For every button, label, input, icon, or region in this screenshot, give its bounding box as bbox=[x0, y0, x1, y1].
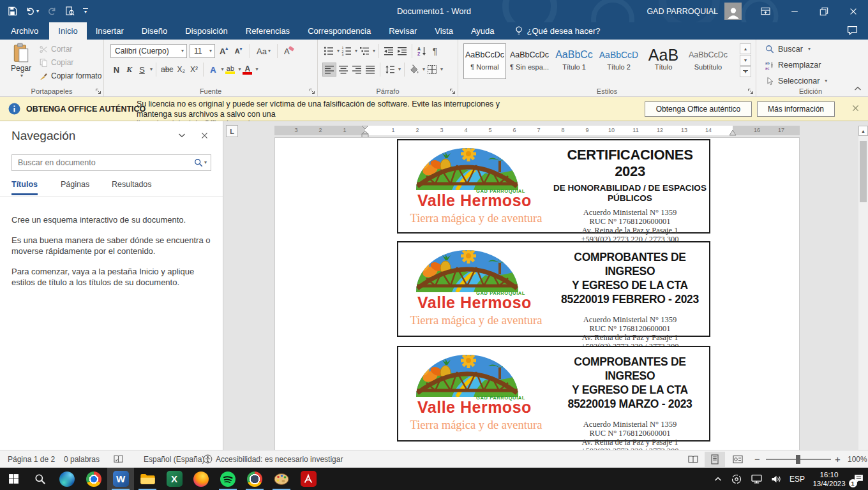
style-normal[interactable]: AaBbCcDc¶ Normal bbox=[463, 43, 506, 79]
vertical-scrollbar[interactable]: ▲ bbox=[858, 126, 868, 450]
justify-button[interactable] bbox=[364, 63, 377, 77]
horizontal-ruler[interactable]: 3 2 1 1 2 3 4 5 6 7 8 9 10 11 12 13 14 1… bbox=[274, 126, 800, 135]
show-marks-button[interactable]: ¶ bbox=[429, 44, 441, 58]
language-indicator[interactable]: Español (España) bbox=[144, 450, 204, 468]
close-icon[interactable] bbox=[839, 0, 868, 22]
bullets-button[interactable] bbox=[322, 44, 335, 58]
shrink-font-button[interactable]: A▾ bbox=[232, 44, 244, 58]
collapse-ribbon-icon[interactable] bbox=[854, 86, 862, 91]
account-name[interactable]: GAD PARROQUIAL bbox=[647, 7, 718, 16]
style-subtitle[interactable]: AaBbCcDcSubtítulo bbox=[687, 43, 730, 79]
align-right-button[interactable] bbox=[350, 63, 363, 77]
search-options-caret[interactable]: ▾ bbox=[204, 160, 207, 165]
styles-dialog-launcher-icon[interactable] bbox=[747, 88, 754, 94]
read-mode-icon[interactable] bbox=[683, 452, 703, 467]
text-effects-caret[interactable]: ▾ bbox=[221, 67, 223, 72]
subscript-button[interactable]: X₂ bbox=[175, 63, 187, 77]
tab-archivo[interactable]: Archivo bbox=[0, 22, 49, 40]
styles-scroll-up-icon[interactable]: ▴ bbox=[740, 43, 751, 54]
tab-disposicion[interactable]: Disposición bbox=[176, 22, 236, 40]
strikethrough-button[interactable]: abc bbox=[160, 63, 174, 77]
find-button[interactable]: Buscar▾ bbox=[765, 45, 811, 54]
web-layout-icon[interactable] bbox=[728, 452, 748, 467]
tab-stop-selector[interactable]: L bbox=[226, 125, 238, 137]
style-heading2[interactable]: AaBbCcDTítulo 2 bbox=[597, 43, 640, 79]
excel-icon[interactable]: X bbox=[161, 468, 188, 490]
line-spacing-caret[interactable]: ▾ bbox=[398, 67, 401, 72]
start-button[interactable] bbox=[0, 468, 27, 490]
tell-me-box[interactable]: ¿Qué desea hacer? bbox=[515, 22, 601, 40]
shading-caret[interactable]: ▾ bbox=[423, 67, 425, 72]
styles-scroll-down-icon[interactable]: ▾ bbox=[740, 55, 751, 66]
line-spacing-button[interactable] bbox=[384, 63, 396, 77]
zoom-in-icon[interactable]: + bbox=[835, 450, 841, 468]
sort-button[interactable] bbox=[415, 44, 428, 58]
format-painter-button[interactable]: Copiar formato bbox=[40, 71, 101, 80]
tab-insertar[interactable]: Insertar bbox=[87, 22, 133, 40]
underline-caret[interactable]: ▾ bbox=[150, 67, 153, 72]
print-layout-icon[interactable] bbox=[705, 452, 725, 467]
grow-font-button[interactable]: A▴ bbox=[218, 44, 230, 58]
tray-expand-icon[interactable] bbox=[710, 468, 726, 490]
nav-pane-options-icon[interactable] bbox=[178, 133, 186, 138]
decrease-indent-button[interactable] bbox=[382, 44, 395, 58]
tab-correspondencia[interactable]: Correspondencia bbox=[299, 22, 380, 40]
zoom-out-icon[interactable]: − bbox=[754, 450, 760, 468]
document-search-box[interactable]: ▾ bbox=[11, 154, 211, 171]
styles-gallery-expand-icon[interactable]: ▾ bbox=[740, 66, 751, 77]
proofing-icon[interactable] bbox=[114, 450, 123, 468]
scroll-up-icon[interactable]: ▲ bbox=[858, 126, 868, 136]
chrome-profile-icon[interactable] bbox=[241, 468, 268, 490]
tab-revisar[interactable]: Revisar bbox=[380, 22, 426, 40]
tab-inicio[interactable]: Inicio bbox=[49, 22, 86, 40]
numbering-caret[interactable]: ▾ bbox=[355, 48, 357, 54]
file-explorer-icon[interactable] bbox=[134, 468, 161, 490]
font-size-select[interactable]: 11▾ bbox=[190, 44, 215, 58]
word-count[interactable]: 0 palabras bbox=[64, 450, 100, 468]
more-info-button[interactable]: Más información bbox=[757, 101, 835, 117]
chrome-icon[interactable] bbox=[80, 468, 107, 490]
accessibility-status[interactable]: Accesibilidad: es necesario investigar bbox=[203, 450, 343, 468]
font-color-button[interactable]: A bbox=[241, 63, 253, 77]
firefox-icon[interactable] bbox=[188, 468, 214, 490]
search-icon[interactable] bbox=[194, 158, 203, 167]
clock[interactable]: 16:10 13/4/2023 bbox=[809, 468, 849, 490]
taskbar-search-icon[interactable] bbox=[27, 468, 54, 490]
font-color-caret[interactable]: ▾ bbox=[255, 67, 258, 72]
change-case-button[interactable]: Aa▾ bbox=[255, 44, 272, 58]
get-office-button[interactable]: Obtenga Office auténtico bbox=[645, 101, 752, 117]
network-icon[interactable] bbox=[747, 468, 766, 490]
ribbon-display-options-icon[interactable] bbox=[751, 0, 780, 22]
replace-button[interactable]: Reemplazar bbox=[765, 61, 821, 70]
avatar[interactable] bbox=[724, 3, 742, 20]
multilevel-caret[interactable]: ▾ bbox=[373, 48, 375, 54]
nav-tab-resultados[interactable]: Resultados bbox=[112, 180, 152, 193]
scrollbar-thumb[interactable] bbox=[860, 141, 867, 202]
paint-icon[interactable] bbox=[268, 468, 295, 490]
style-heading1[interactable]: AaBbCcTítulo 1 bbox=[553, 43, 595, 79]
nav-tab-paginas[interactable]: Páginas bbox=[61, 180, 89, 193]
font-family-select[interactable]: Calibri (Cuerpo)▾ bbox=[110, 44, 187, 58]
tab-vista[interactable]: Vista bbox=[426, 22, 462, 40]
nav-pane-close-icon[interactable] bbox=[200, 131, 209, 140]
tab-ayuda[interactable]: Ayuda bbox=[462, 22, 504, 40]
italic-button[interactable]: K bbox=[123, 63, 135, 77]
comments-icon[interactable] bbox=[847, 25, 858, 36]
acrobat-icon[interactable] bbox=[295, 468, 322, 490]
borders-button[interactable] bbox=[426, 63, 438, 77]
paragraph-dialog-launcher-icon[interactable] bbox=[449, 88, 456, 94]
meet-now-icon[interactable] bbox=[728, 468, 745, 490]
bold-button[interactable]: N bbox=[110, 63, 123, 77]
dismiss-warning-icon[interactable] bbox=[851, 104, 860, 112]
right-indent-marker[interactable] bbox=[729, 130, 737, 136]
notifications-icon[interactable]: 1 bbox=[850, 468, 867, 490]
align-left-button[interactable] bbox=[322, 63, 336, 77]
spotify-icon[interactable] bbox=[214, 468, 241, 490]
multilevel-list-button[interactable] bbox=[358, 44, 371, 58]
underline-button[interactable]: S bbox=[136, 63, 148, 77]
style-title[interactable]: AaBTítulo bbox=[642, 43, 685, 79]
increase-indent-button[interactable] bbox=[396, 44, 408, 58]
font-dialog-launcher-icon[interactable] bbox=[309, 88, 315, 94]
minimize-icon[interactable] bbox=[780, 0, 809, 22]
tab-diseno[interactable]: Diseño bbox=[133, 22, 176, 40]
